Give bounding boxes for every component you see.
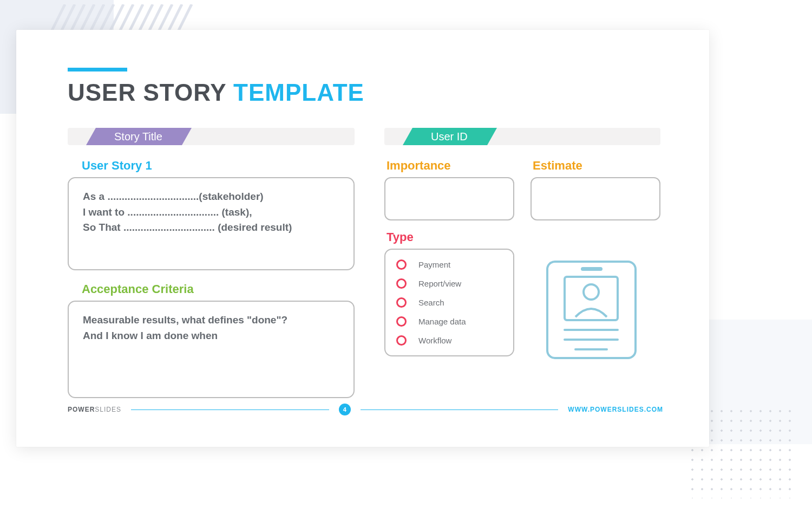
type-option-manage[interactable]: Manage data (396, 316, 502, 327)
radio-icon (396, 316, 407, 327)
type-text: Report/view (418, 279, 461, 288)
story-title-bar: Story Title (68, 128, 355, 145)
user-id-tab: User ID (412, 128, 487, 145)
page-number: 4 (339, 404, 351, 415)
footer-line-right (361, 410, 559, 410)
title-accent-bar (68, 68, 127, 72)
story-title-tab: Story Title (96, 128, 182, 145)
type-text: Search (418, 298, 444, 307)
radio-icon (396, 278, 407, 289)
radio-icon (396, 335, 407, 346)
user-story-label: User Story 1 (82, 159, 355, 173)
user-story-box[interactable]: As a ................................(st… (68, 177, 355, 270)
page-title: USER STORY TEMPLATE (68, 79, 663, 106)
type-box: Payment Report/view Search Manage data (384, 249, 514, 356)
type-option-report[interactable]: Report/view (396, 278, 502, 289)
id-card-icon (544, 258, 639, 363)
story-line-3: So That ................................… (83, 220, 339, 236)
type-option-workflow[interactable]: Workflow (396, 335, 502, 346)
radio-icon (396, 259, 407, 270)
title-part2: TEMPLATE (233, 79, 364, 106)
story-line-1: As a ................................(st… (83, 189, 339, 205)
acceptance-criteria-label: Acceptance Criteria (82, 282, 355, 296)
brand-thin: SLIDES (95, 406, 121, 413)
slide-card: USER STORY TEMPLATE Story Title User Sto… (16, 30, 709, 447)
slide-footer: POWERSLIDES 4 WWW.POWERSLIDES.COM (68, 404, 663, 415)
importance-label: Importance (387, 159, 514, 173)
criteria-line-2: And I know I am done when (83, 328, 339, 344)
type-option-search[interactable]: Search (396, 297, 502, 308)
type-text: Manage data (418, 317, 466, 326)
radio-icon (396, 297, 407, 308)
type-label: Type (387, 230, 660, 244)
type-text: Payment (418, 260, 450, 269)
footer-brand: POWERSLIDES (68, 406, 121, 413)
footer-site: WWW.POWERSLIDES.COM (568, 406, 663, 413)
brand-bold: POWER (68, 406, 95, 413)
story-line-2: I want to ..............................… (83, 205, 339, 220)
importance-box[interactable] (384, 177, 514, 220)
title-part1: USER STORY (68, 79, 226, 106)
estimate-box[interactable] (531, 177, 660, 220)
svg-point-17 (584, 284, 599, 300)
estimate-label: Estimate (533, 159, 660, 173)
svg-rect-15 (581, 267, 603, 271)
type-text: Workflow (418, 336, 451, 345)
type-option-payment[interactable]: Payment (396, 259, 502, 270)
footer-line-left (131, 410, 329, 410)
acceptance-criteria-box[interactable]: Measurable results, what defines "done"?… (68, 301, 355, 398)
user-id-bar: User ID (384, 128, 660, 145)
criteria-line-1: Measurable results, what defines "done"? (83, 313, 339, 328)
